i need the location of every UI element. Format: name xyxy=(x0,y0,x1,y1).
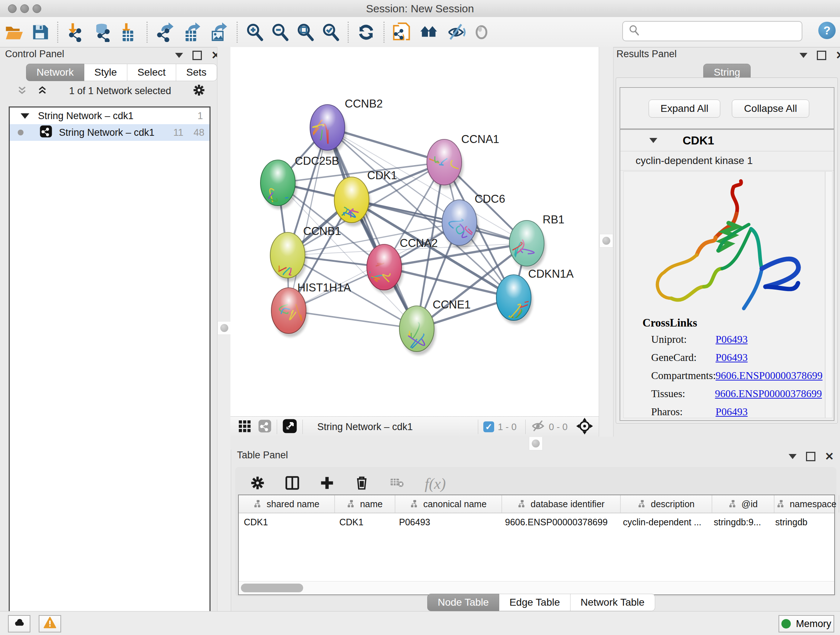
network-collection-row[interactable]: String Network – cdk1 1 xyxy=(10,108,210,124)
bottom-splitter-handle[interactable] xyxy=(529,437,543,450)
column-header-shared-name[interactable]: shared name xyxy=(239,495,335,513)
left-splitter-handle[interactable] xyxy=(218,321,231,335)
save-button[interactable] xyxy=(31,21,50,43)
network-label: String Network – cdk1 xyxy=(59,127,155,138)
trash-button[interactable] xyxy=(354,475,370,492)
import-network-button[interactable] xyxy=(66,21,85,43)
split-columns-button[interactable] xyxy=(284,475,300,492)
table-tabs: Node TableEdge TableNetwork Table xyxy=(427,594,655,611)
zoom-out-button[interactable] xyxy=(271,21,289,43)
column-header-name[interactable]: name xyxy=(335,495,395,513)
protein-header[interactable]: CDK1 xyxy=(621,130,834,151)
column-header-database-identifier[interactable]: database identifier xyxy=(502,495,621,513)
table-header-row: shared namenamecanonical namedatabase id… xyxy=(239,495,834,513)
tab-node-table[interactable]: Node Table xyxy=(427,594,499,611)
network-options-gear-icon[interactable] xyxy=(192,83,206,99)
crosshair-icon[interactable] xyxy=(576,418,593,436)
crosslink-link[interactable]: P06493 xyxy=(715,352,748,363)
collapse-all-icon[interactable] xyxy=(16,84,28,98)
panel-menu-icon[interactable] xyxy=(175,53,183,58)
tab-edge-table[interactable]: Edge Table xyxy=(499,594,570,611)
network-node-CDKN1A[interactable]: CDKN1A xyxy=(496,268,574,326)
tab-network[interactable]: Network xyxy=(26,64,84,81)
home-button[interactable] xyxy=(418,21,439,43)
table-hscroll-thumb[interactable] xyxy=(241,584,303,592)
grid-icon[interactable] xyxy=(238,419,251,434)
table-cell: CDK1 xyxy=(334,513,394,531)
column-header--id[interactable]: @id xyxy=(712,495,775,513)
svg-text:CCNA2: CCNA2 xyxy=(400,237,438,249)
expand-all-button[interactable]: Expand All xyxy=(649,100,720,118)
refresh-button[interactable] xyxy=(356,21,376,43)
selected-checkbox-icon[interactable]: ✓ xyxy=(483,421,494,432)
zoom-fit-button[interactable] xyxy=(296,21,315,43)
network-node-CCNE1[interactable]: CCNE1 xyxy=(399,298,471,355)
cloud-button[interactable] xyxy=(8,615,30,632)
crosslink-row: Uniprot:P06493 xyxy=(641,330,822,348)
network-node-HIST1H1A[interactable]: HIST1H1A xyxy=(271,281,351,337)
hidden-eye-icon xyxy=(531,419,545,435)
tab-style[interactable]: Style xyxy=(84,64,127,81)
float-panel-icon[interactable] xyxy=(806,452,815,461)
table-cell: 9606.ENSP00000378699 xyxy=(500,513,618,531)
bottom-splitter[interactable] xyxy=(231,437,840,450)
svg-text:CCNB1: CCNB1 xyxy=(303,225,341,238)
clone-network-button[interactable] xyxy=(392,21,412,43)
import-database-button[interactable] xyxy=(92,21,113,43)
network-node-RB1[interactable]: RB1 xyxy=(507,213,564,270)
import-table-button[interactable] xyxy=(119,21,139,43)
table-hscrollbar[interactable] xyxy=(239,581,834,594)
svg-text:RB1: RB1 xyxy=(543,213,564,226)
network-canvas[interactable]: CCNB2 CCNA1 CDC25B CDK1 CDC6 xyxy=(231,47,599,416)
network-tree: String Network – cdk1 1 String Network –… xyxy=(9,106,210,635)
export-image-button[interactable] xyxy=(209,21,229,43)
help-button[interactable]: ? xyxy=(818,22,836,39)
float-panel-icon[interactable] xyxy=(817,51,826,60)
protein-structure-image xyxy=(642,177,808,315)
protein-collapse-icon[interactable] xyxy=(649,138,657,143)
tab-sets[interactable]: Sets xyxy=(176,64,217,81)
gear-button[interactable] xyxy=(249,475,265,492)
network-row[interactable]: String Network – cdk1 11 48 xyxy=(10,124,210,141)
zoom-selected-button[interactable] xyxy=(321,21,340,43)
table-row[interactable]: CDK1CDK1P064939606.ENSP00000378699cyclin… xyxy=(239,513,834,531)
plus-button[interactable] xyxy=(319,475,335,492)
zoom-in-button[interactable] xyxy=(245,21,264,43)
network-node-CDC6[interactable]: CDC6 xyxy=(442,193,505,249)
close-panel-icon[interactable]: ✕ xyxy=(825,453,834,460)
panel-menu-icon[interactable] xyxy=(799,53,807,58)
right-splitter[interactable] xyxy=(599,47,614,437)
expand-all-icon[interactable] xyxy=(36,84,49,98)
crosslink-link[interactable]: 9606.ENSP00000378699 xyxy=(715,370,823,382)
network-view-toolbar: String Network – cdk1 ✓ 1 - 0 0 - 0 xyxy=(231,416,599,437)
collapse-all-button[interactable]: Collapse All xyxy=(732,100,809,118)
crosslink-link[interactable]: P06493 xyxy=(715,406,748,418)
float-panel-icon[interactable] xyxy=(193,51,202,60)
column-header-namespace[interactable]: namespace xyxy=(775,495,839,513)
column-header-canonical-name[interactable]: canonical name xyxy=(395,495,502,513)
share-icon[interactable] xyxy=(258,419,272,434)
gray-eye-button xyxy=(472,21,491,43)
tab-select[interactable]: Select xyxy=(127,64,176,81)
memory-button[interactable]: Memory xyxy=(778,615,834,632)
collection-expand-icon[interactable] xyxy=(21,113,29,119)
birdseye-icon[interactable] xyxy=(282,418,297,435)
svg-text:CDC6: CDC6 xyxy=(475,193,505,205)
crosslink-row: Pharos:P06493 xyxy=(641,402,822,421)
crosslink-link[interactable]: 9606.ENSP00000378699 xyxy=(715,388,822,400)
column-header-description[interactable]: description xyxy=(621,495,712,513)
search-box[interactable] xyxy=(622,21,802,41)
close-panel-icon[interactable]: ✕ xyxy=(836,52,840,59)
crosslink-link[interactable]: P06493 xyxy=(715,333,748,345)
results-scrollbar[interactable] xyxy=(825,171,832,418)
open-folder-button[interactable] xyxy=(3,21,24,43)
export-network-button[interactable] xyxy=(155,21,175,43)
export-table-button[interactable] xyxy=(182,21,202,43)
panel-menu-icon[interactable] xyxy=(789,454,797,459)
tab-network-table[interactable]: Network Table xyxy=(570,594,655,611)
warnings-button[interactable] xyxy=(39,615,61,632)
left-splitter[interactable] xyxy=(217,47,231,611)
right-splitter-handle[interactable] xyxy=(600,234,613,248)
search-input[interactable] xyxy=(643,25,802,37)
hide-unhide-button[interactable] xyxy=(446,21,466,43)
